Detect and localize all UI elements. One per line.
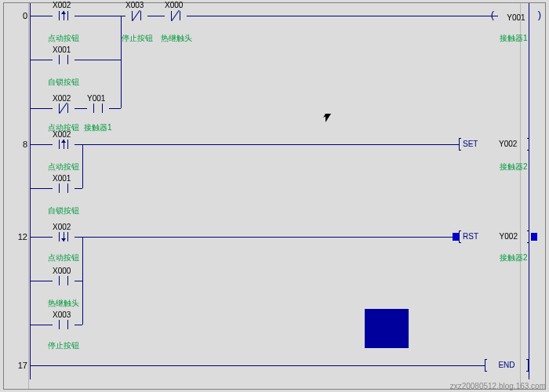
comment-label: 停止按钮 bbox=[122, 33, 153, 44]
wire bbox=[75, 237, 459, 238]
watermark-label: zxz20080512.blog.163.com bbox=[450, 382, 546, 390]
selection-highlight bbox=[365, 309, 409, 348]
wire bbox=[75, 188, 82, 189]
left-gutter bbox=[4, 3, 29, 389]
wire bbox=[30, 237, 53, 238]
comment-label: 点动按钮 bbox=[48, 33, 79, 44]
wire bbox=[187, 16, 498, 16]
instruction-rst[interactable]: RST Y002 bbox=[459, 231, 529, 242]
wire bbox=[75, 281, 82, 281]
comment-label: 自锁按钮 bbox=[48, 77, 79, 88]
step-number: 8 bbox=[4, 140, 27, 149]
contact-no-y001[interactable] bbox=[87, 103, 109, 113]
monitor-marker bbox=[453, 233, 459, 241]
contact-no-x001[interactable] bbox=[53, 183, 75, 193]
wire bbox=[30, 108, 53, 109]
contact-rising-x002[interactable] bbox=[53, 11, 75, 20]
device-label: X002 bbox=[53, 223, 71, 231]
device-label: X002 bbox=[53, 1, 71, 9]
right-gutter bbox=[520, 3, 545, 389]
device-label: X003 bbox=[53, 310, 71, 319]
wire bbox=[109, 108, 121, 109]
contact-no-x003[interactable] bbox=[53, 320, 75, 329]
instruction-end[interactable]: END bbox=[485, 360, 529, 371]
wire bbox=[75, 325, 82, 325]
wire bbox=[75, 144, 459, 145]
contact-nc-x003[interactable] bbox=[125, 11, 147, 20]
comment-label: 接触器1 bbox=[500, 33, 528, 44]
comment-label: 接触器2 bbox=[500, 162, 528, 172]
wire bbox=[82, 144, 83, 188]
contact-no-x000[interactable] bbox=[53, 276, 75, 285]
comment-label: 自锁按钮 bbox=[48, 205, 79, 216]
comment-label: 热继触头 bbox=[161, 33, 192, 44]
device-label: X000 bbox=[165, 1, 183, 9]
contact-rising-x002[interactable] bbox=[53, 140, 75, 149]
comment-label: 点动按钮 bbox=[48, 162, 79, 172]
device-label: X002 bbox=[53, 130, 71, 139]
monitor-marker bbox=[531, 233, 537, 241]
device-label: Y001 bbox=[87, 94, 105, 103]
right-bus-bar bbox=[529, 3, 529, 379]
wire bbox=[75, 60, 121, 60]
wire bbox=[147, 16, 165, 16]
wire bbox=[30, 325, 53, 325]
comment-label: 接触器1 bbox=[84, 122, 112, 133]
step-number: 12 bbox=[4, 232, 27, 241]
wire bbox=[30, 188, 53, 189]
contact-falling-x002[interactable] bbox=[53, 232, 75, 241]
contact-nc-x000[interactable] bbox=[165, 11, 187, 20]
device-label: X001 bbox=[53, 174, 71, 183]
wire bbox=[121, 16, 122, 108]
device-label: X002 bbox=[53, 94, 71, 103]
wire bbox=[82, 237, 83, 325]
wire bbox=[75, 108, 87, 109]
comment-label: 热继触头 bbox=[48, 298, 79, 309]
comment-label: 接触器2 bbox=[500, 252, 528, 263]
wire bbox=[75, 16, 121, 16]
contact-nc-x002[interactable] bbox=[53, 103, 75, 113]
device-label: X000 bbox=[53, 267, 71, 275]
ladder-editor-canvas[interactable]: 0 8 12 17 X002 点动按钮 X003 停止按钮 X000 热继触头 … bbox=[3, 2, 546, 390]
wire bbox=[30, 144, 53, 145]
contact-no-x001[interactable] bbox=[53, 55, 75, 64]
wire bbox=[30, 365, 485, 366]
device-label: X001 bbox=[53, 45, 71, 54]
comment-label: 停止按钮 bbox=[48, 340, 79, 351]
step-number: 0 bbox=[4, 11, 27, 20]
coil-y001[interactable]: (Y001) bbox=[498, 9, 534, 22]
wire bbox=[30, 281, 53, 281]
device-label: X003 bbox=[125, 1, 144, 9]
instruction-set[interactable]: SET Y002 bbox=[459, 139, 529, 150]
comment-label: 点动按钮 bbox=[48, 252, 79, 263]
mouse-cursor-icon bbox=[325, 114, 334, 127]
wire bbox=[30, 60, 53, 60]
wire bbox=[30, 16, 53, 16]
step-number: 17 bbox=[4, 361, 27, 370]
